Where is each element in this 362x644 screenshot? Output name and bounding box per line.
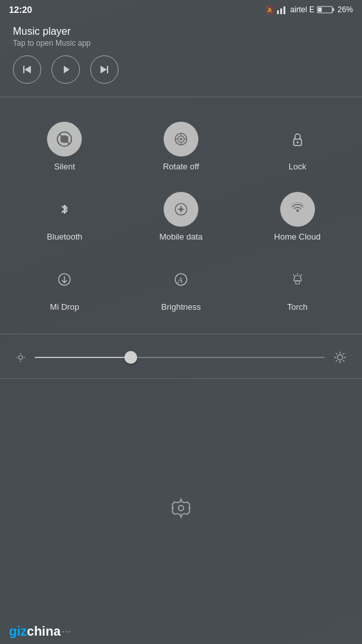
home-cloud-icon-wrap — [280, 192, 315, 227]
svg-rect-8 — [23, 66, 24, 73]
settings-button[interactable] — [171, 498, 191, 518]
brightness-max-icon — [334, 351, 347, 364]
slider-track — [35, 357, 325, 358]
brightness-icon-wrap: A — [164, 262, 198, 297]
divider-1 — [0, 97, 362, 97]
rotate-off-icon — [172, 130, 190, 148]
rotate-off-icon-wrap — [164, 122, 198, 156]
music-play-button[interactable] — [52, 55, 80, 84]
status-time: 12:20 — [9, 5, 32, 15]
svg-marker-7 — [24, 66, 31, 73]
svg-text:🔕: 🔕 — [265, 5, 274, 14]
battery-icon — [317, 5, 335, 14]
svg-point-22 — [296, 142, 298, 144]
lock-icon-wrap — [280, 122, 315, 156]
music-prev-button[interactable] — [13, 55, 41, 84]
svg-marker-10 — [100, 66, 107, 73]
notification-panel: 12:20 🔕 airtel E 26% Music player Tap to — [0, 0, 362, 644]
mi-drop-icon — [55, 270, 73, 289]
brightness-slider-section — [0, 341, 362, 372]
mute-icon: 🔕 — [265, 5, 274, 14]
music-player-title: Music player — [13, 26, 349, 37]
brightness-label: Brightness — [161, 302, 200, 312]
svg-rect-28 — [180, 211, 182, 212]
bluetooth-icon — [55, 200, 73, 218]
silent-label: Silent — [54, 162, 75, 171]
svg-line-49 — [336, 354, 338, 355]
signal-icon — [276, 5, 288, 14]
svg-rect-3 — [283, 6, 285, 14]
svg-marker-34 — [294, 276, 301, 281]
rotate-off-label: Rotate off — [163, 162, 199, 171]
svg-line-52 — [336, 361, 338, 362]
home-cloud-icon — [289, 200, 307, 218]
battery-percent: 26% — [338, 5, 353, 14]
svg-line-37 — [293, 274, 294, 276]
silent-icon — [55, 130, 73, 148]
svg-text:A: A — [177, 276, 183, 285]
silent-icon-wrap — [47, 122, 82, 156]
bluetooth-icon-wrap — [47, 192, 82, 227]
svg-rect-5 — [332, 8, 334, 12]
mi-drop-label: Mi Drop — [50, 302, 80, 312]
bluetooth-label: Bluetooth — [47, 232, 82, 242]
mi-drop-icon-wrap — [47, 262, 82, 297]
quick-tiles-grid: Silent Rotate off — [0, 104, 362, 327]
svg-rect-2 — [280, 8, 282, 14]
divider-3 — [0, 378, 362, 379]
tile-bluetooth[interactable]: Bluetooth — [6, 180, 123, 251]
slider-thumb[interactable] — [124, 351, 137, 364]
torch-icon — [289, 270, 307, 289]
tile-brightness[interactable]: A Brightness — [123, 251, 240, 321]
svg-rect-27 — [180, 207, 182, 209]
status-right: 🔕 airtel E 26% — [265, 5, 353, 14]
lock-label: Lock — [289, 162, 306, 171]
mobile-data-icon — [172, 200, 190, 218]
home-cloud-label: Home Cloud — [274, 232, 321, 242]
status-bar: 12:20 🔕 airtel E 26% — [0, 0, 362, 18]
svg-point-53 — [178, 506, 184, 511]
svg-point-39 — [19, 355, 23, 359]
tile-lock[interactable]: Lock — [239, 110, 356, 180]
torch-label: Torch — [287, 302, 308, 312]
svg-rect-6 — [318, 8, 321, 12]
music-controls — [13, 55, 349, 84]
tile-rotate-off[interactable]: Rotate off — [123, 110, 240, 180]
watermark-dots: ··· — [62, 626, 70, 638]
svg-marker-9 — [64, 66, 70, 73]
watermark-giz: giz — [9, 624, 27, 639]
tile-mi-drop[interactable]: Mi Drop — [6, 251, 123, 321]
brightness-icon: A — [172, 270, 190, 289]
tile-mobile-data[interactable]: Mobile data — [123, 180, 240, 251]
lock-icon — [289, 130, 307, 148]
brightness-slider[interactable] — [35, 351, 325, 364]
music-player-subtitle: Tap to open Music app — [13, 39, 349, 48]
svg-point-44 — [338, 355, 343, 360]
brightness-min-icon — [15, 352, 26, 363]
svg-line-38 — [301, 274, 302, 276]
svg-rect-1 — [277, 10, 279, 14]
watermark: giz china ··· — [9, 624, 70, 639]
tile-torch[interactable]: Torch — [239, 251, 356, 321]
svg-rect-35 — [296, 281, 300, 284]
music-next-button[interactable] — [90, 55, 119, 84]
divider-2 — [0, 334, 362, 334]
watermark-china: china — [27, 624, 61, 639]
tile-silent[interactable]: Silent — [6, 110, 123, 180]
svg-point-16 — [180, 138, 182, 140]
settings-section — [0, 385, 362, 644]
svg-line-51 — [343, 354, 345, 355]
svg-line-50 — [343, 361, 345, 362]
svg-point-29 — [296, 209, 299, 212]
svg-rect-11 — [107, 66, 108, 73]
carrier-name: airtel E — [291, 5, 314, 14]
mobile-data-icon-wrap — [164, 192, 198, 227]
tile-home-cloud[interactable]: Home Cloud — [239, 180, 356, 251]
music-player: Music player Tap to open Music app — [0, 18, 362, 90]
mobile-data-label: Mobile data — [159, 232, 202, 242]
slider-fill — [35, 357, 131, 358]
torch-icon-wrap — [280, 262, 315, 297]
